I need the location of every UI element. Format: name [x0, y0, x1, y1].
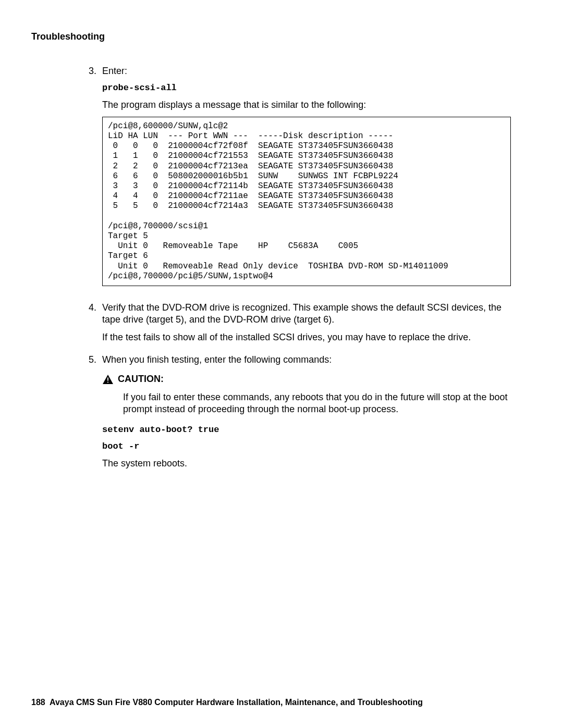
step3-intro: Enter: [102, 65, 511, 77]
svg-rect-1 [107, 378, 108, 381]
code-output-box: /pci@8,600000/SUNW,qlc@2 LiD HA LUN --- … [102, 117, 511, 286]
step-number: 5. [89, 354, 102, 475]
main-content: 3. Enter: probe-scsi-all The program dis… [89, 65, 511, 475]
step-body: Verify that the DVD-ROM drive is recogni… [102, 302, 511, 349]
step4-p1: Verify that the DVD-ROM drive is recogni… [102, 302, 511, 326]
step-body: Enter: probe-scsi-all The program displa… [102, 65, 511, 297]
step-number: 4. [89, 302, 102, 349]
section-header: Troubleshooting [31, 31, 532, 42]
step-body: When you finish testing, enter the follo… [102, 354, 511, 475]
step-number: 3. [89, 65, 102, 297]
footer-title: Avaya CMS Sun Fire V880 Computer Hardwar… [50, 698, 423, 707]
command-boot: boot -r [102, 441, 511, 452]
warning-triangle-icon [102, 374, 114, 388]
page-number: 188 [31, 698, 45, 707]
command-probe-scsi: probe-scsi-all [102, 82, 511, 94]
step-4: 4. Verify that the DVD-ROM drive is reco… [89, 302, 511, 349]
step4-p2: If the test fails to show all of the ins… [102, 331, 511, 343]
step-5: 5. When you finish testing, enter the fo… [89, 354, 511, 475]
caution-body: If you fail to enter these commands, any… [123, 391, 511, 416]
page-footer: 188 Avaya CMS Sun Fire V880 Computer Har… [31, 698, 423, 707]
step-3: 3. Enter: probe-scsi-all The program dis… [89, 65, 511, 297]
caution-label: CAUTION: [118, 373, 164, 385]
page: Troubleshooting 3. Enter: probe-scsi-all… [0, 0, 563, 728]
caution-row: CAUTION: [102, 373, 511, 388]
command-setenv: setenv auto-boot? true [102, 424, 511, 436]
step5-after: The system reboots. [102, 458, 511, 470]
step3-after: The program displays a message that is s… [102, 99, 511, 111]
step5-intro: When you finish testing, enter the follo… [102, 354, 511, 366]
svg-rect-2 [107, 382, 108, 383]
